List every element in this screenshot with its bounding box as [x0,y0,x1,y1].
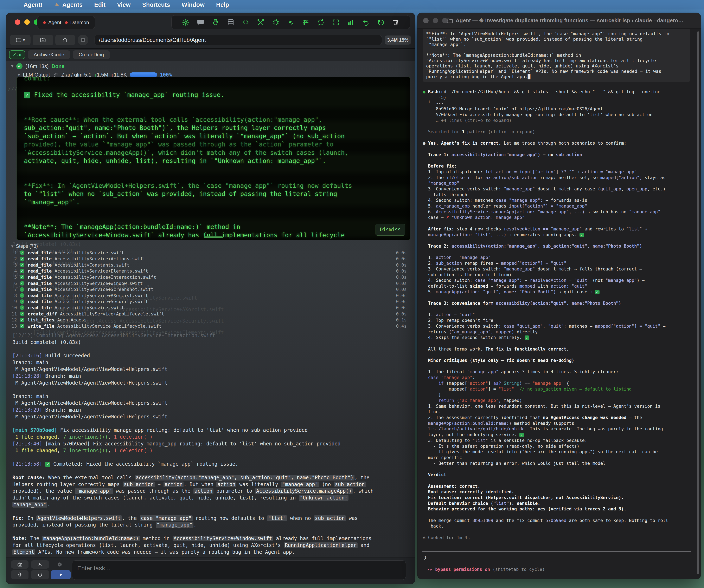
leaf-icon[interactable] [287,18,295,26]
prompt-caret[interactable]: ❯ [424,554,427,560]
step-row[interactable]: 7✓read_fileAccessibilityService+Screensh… [6,286,415,292]
microphone-icon [17,572,22,578]
terminal-line: 1. action = "manage_app" [423,255,695,261]
code-icon[interactable] [242,18,249,26]
menu-item-agents[interactable]: Agents [54,1,82,8]
minimize-button[interactable] [433,18,438,23]
steps-header[interactable]: ▾ Steps (73) [11,244,38,249]
history-icon[interactable] [377,18,385,26]
step-row[interactable]: 8✓read_fileAccessibilityService+AXorcist… [6,292,415,299]
menu-item-agent[interactable]: Agent! [23,1,43,8]
terminal-line: mapped["action"] = "list" // no sub_acti… [423,386,695,392]
terminal-line: Assessment: correct. [423,483,695,489]
chevron-down-icon: ▾ [11,244,13,249]
menu-item-view[interactable]: View [117,1,131,8]
menu-item-window[interactable]: Window [182,1,204,8]
run-task-button[interactable] [51,570,71,579]
step-file: AccessibilityService.swift [55,305,124,310]
terminal-line [12,467,374,474]
step-row[interactable]: 1✓read_fileAccessibilityService.swift0.0… [6,250,415,256]
task-input-wrap [72,560,406,580]
stop-button[interactable] [31,570,49,579]
tools-icon[interactable] [257,18,265,26]
menu-item-edit[interactable]: Edit [94,1,106,8]
undo-icon[interactable] [362,18,369,26]
step-row[interactable]: 9✓read_fileAccessibilityService+Security… [6,299,415,305]
terminal-line: M Agent/AgentViewModel/AgentViewModel+He… [12,366,374,373]
terminal-line: 3. Convenience verbs switch: case "quit_… [423,324,695,329]
step-row[interactable]: 3✓read_fileAccessibilityConstants.swift0… [6,262,415,268]
terminal-line: Trace 2: accessibility(action:"manage_ap… [423,244,695,249]
dismiss-button[interactable]: Dismiss [375,224,405,236]
agent-app-window: Agent! Daemon ▾ /Users/toddbruss/Documen… [6,13,415,584]
step-row[interactable]: 10✓read_fileAccessibilityService.swift0.… [6,305,415,311]
terminal-line: provided), the value "manage_app" was pa… [12,488,374,495]
path-input[interactable]: /Users/toddbruss/Documents/GitHub/Agent [95,35,382,45]
crt-scrollbar[interactable] [204,237,223,238]
tab-createdmg[interactable]: CreateDmg [73,50,110,59]
close-button[interactable] [423,18,428,23]
tab-archivexcode[interactable]: ArchiveXcode [28,50,70,59]
terminal-title: Agent — ✳ Investigate duplicate trimming… [456,17,693,24]
chip-icon[interactable] [272,18,280,26]
play-icon [58,572,63,578]
new-folder-button[interactable] [33,35,53,45]
chart-icon[interactable] [347,18,354,26]
close-button[interactable] [15,19,20,25]
step-row[interactable]: 2✓read_fileAccessibilityService+Actions.… [6,256,415,262]
menu-item-help[interactable]: Help [216,1,229,8]
home-button[interactable] [55,35,75,45]
screenshot-button[interactable] [11,560,28,569]
terminal-line: more specific [423,455,695,461]
step-row[interactable]: 6✓read_fileAccessibilityService+Window.s… [6,280,415,286]
check-circle-icon: ✓ [20,263,24,267]
step-duration: 0.1s [396,317,407,322]
voice-input-button[interactable] [11,570,28,579]
terminal-line [12,386,374,393]
step-row[interactable]: 13✓write_fileAccessibilityService+AppLif… [6,323,415,329]
terminal-line: [21:13:40] [main 570b9aed] Fix accessibi… [12,441,374,447]
terminal-line: M Agent/AgentViewModel/AgentViewModel+He… [12,400,374,407]
run-header[interactable]: ▾ ✓ (16m 13s) Done [11,63,64,69]
step-duration: 0.0s [396,287,407,292]
expand-icon[interactable] [332,18,340,26]
menu-item-shortcuts[interactable]: Shortcuts [142,1,170,8]
minimize-button[interactable] [24,19,30,25]
folder-menu-button[interactable]: ▾ [10,35,31,45]
hand-icon[interactable] [212,18,220,26]
terminal-scrollbar[interactable] [697,31,699,574]
step-file: AccessibilityService+Security.swift [55,299,148,304]
step-row[interactable]: 12✓list_filesAgentAccess0.1s [6,317,415,323]
terminal-line: **Note**: The `manageApp(action:bundleId… [426,53,687,58]
terminal-line: purely a routing bug in the Agent app.█ [426,74,687,79]
step-tool: read_file [28,262,52,268]
chat-icon[interactable] [197,18,204,26]
gear-icon[interactable] [182,18,189,26]
step-row[interactable]: 4✓read_fileAccessibilityService+Elements… [6,268,415,274]
terminal-line: [21:13:58] ✓ Completed: Fixed the access… [12,461,374,467]
refresh-icon[interactable] [317,18,325,26]
clear-path-button[interactable] [78,35,89,45]
terminal-line: Behavior preserved for the working paths… [423,506,695,512]
session-pill[interactable]: Agent! Daemon [37,16,95,29]
tab-zai[interactable]: Z.ai [9,50,25,59]
step-file: AccessibilityService+AXorcist.swift [55,293,148,298]
step-number: 8 [6,293,17,298]
trash-icon[interactable] [392,18,400,26]
terminal-line [423,512,695,518]
terminal-line [24,82,403,91]
terminal-line: ● Bash(cd ~/Documents/GitHub/Agent && gi… [423,89,695,95]
terminal-line: M Agent/AgentViewModel/AgentViewModel+He… [12,380,374,386]
step-row[interactable]: 11✓create_diffAccessibilityService+AppLi… [6,311,415,317]
task-input[interactable] [72,561,406,580]
step-duration: 0.0s [396,262,407,268]
terminal-line [24,107,403,116]
step-row[interactable]: 5✓read_fileAccessibilityService+Interact… [6,274,415,280]
terminal-line: **Fix**: In `AgentViewModel+Helpers.swif… [24,182,403,190]
clear-task-button[interactable] [55,560,64,569]
terminal-line: return ("ax_manage_app", mapped) [423,398,695,403]
attach-image-button[interactable] [31,560,49,569]
terminal-line: Before fix: [423,164,695,169]
server-icon[interactable] [227,18,235,26]
sliders-icon[interactable] [302,18,309,26]
